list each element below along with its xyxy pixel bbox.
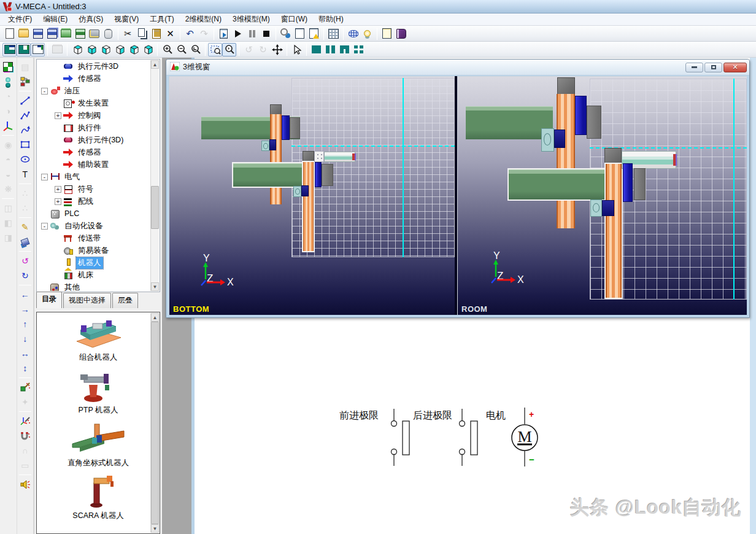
open-file-button[interactable]: [17, 27, 31, 41]
tree-item-自动化设备[interactable]: -自动化设备: [37, 220, 150, 232]
check-report-button[interactable]: [307, 27, 321, 41]
close-button[interactable]: ✕: [723, 63, 747, 72]
align-center-v-icon[interactable]: ↕: [18, 361, 33, 376]
rotate-cw-icon[interactable]: ↻: [18, 268, 33, 283]
rail-end-cap[interactable]: [604, 148, 622, 164]
viewport-3d-window[interactable]: 3维视窗 ✕: [166, 59, 750, 318]
simulate-run-button[interactable]: [231, 27, 245, 41]
catalog-item-组合机器人[interactable]: 组合机器人: [37, 312, 160, 365]
parts-list-button[interactable]: [293, 27, 307, 41]
view-bottom-icon[interactable]: [84, 43, 98, 56]
zoom-previous-icon[interactable]: [188, 43, 202, 56]
green-beam[interactable]: [466, 106, 553, 139]
view-right-icon[interactable]: [112, 43, 126, 56]
menu-3[interactable]: 仿真(S): [73, 13, 109, 26]
io-table-button[interactable]: [326, 27, 341, 41]
expand-icon[interactable]: +: [55, 186, 61, 193]
forward-limit-switch[interactable]: [392, 409, 410, 466]
menu-4[interactable]: 视窗(V): [109, 13, 144, 26]
tree-item-传送带[interactable]: 传送带: [37, 232, 150, 244]
light-filter-button[interactable]: [360, 27, 374, 41]
collapse-icon[interactable]: -: [41, 223, 48, 230]
restore-button[interactable]: [704, 63, 722, 72]
tree-item-油压[interactable]: -油压: [37, 85, 150, 97]
menu-7[interactable]: 3维模型(M): [227, 13, 276, 26]
transfer-button[interactable]: [217, 27, 231, 41]
device-settings-button[interactable]: [87, 27, 101, 41]
pan-view-icon[interactable]: [270, 43, 284, 56]
orange-rail[interactable]: [557, 94, 575, 228]
tree-scrollbar[interactable]: ▲ ▼: [150, 60, 159, 291]
orange-rail-selected[interactable]: [606, 164, 622, 298]
slide-connector[interactable]: [314, 151, 324, 162]
zoom-in-icon[interactable]: [160, 43, 174, 56]
delete-icon[interactable]: ✕: [163, 27, 177, 41]
navy-joint[interactable]: [602, 200, 614, 216]
tab-目录[interactable]: 目录: [36, 292, 62, 308]
zoom-window-icon[interactable]: [208, 43, 222, 56]
expand-icon[interactable]: +: [55, 112, 61, 119]
tree-item-控制阀[interactable]: +控制阀: [37, 109, 150, 122]
navy-joint[interactable]: [301, 185, 309, 196]
auto-place-icon[interactable]: [18, 380, 33, 395]
draw-spline-icon[interactable]: [18, 123, 33, 137]
save-file-button[interactable]: [31, 27, 45, 41]
align-left-icon[interactable]: ←: [18, 287, 33, 302]
tree-item-电气[interactable]: -电气: [37, 171, 150, 183]
viewport-titlebar[interactable]: 3维视窗 ✕: [166, 60, 749, 75]
catalog-scroll-thumb[interactable]: [151, 322, 159, 524]
coordinate-axes-icon[interactable]: [1, 118, 15, 133]
align-top-icon[interactable]: ↑: [18, 317, 33, 331]
sound-tool-icon[interactable]: [18, 477, 33, 492]
collapse-icon[interactable]: -: [41, 88, 48, 95]
rail-end-cap[interactable]: [557, 77, 575, 95]
scroll-up-icon[interactable]: ▲: [151, 313, 159, 322]
green-beam-selected[interactable]: [233, 163, 303, 187]
scroll-down-icon[interactable]: ▼: [151, 524, 159, 533]
menu-9[interactable]: 帮助(H): [313, 13, 349, 26]
rotate-ccw-icon[interactable]: ↺: [18, 253, 33, 268]
tree-item-符号[interactable]: +符号: [37, 183, 150, 195]
open-model-button[interactable]: [59, 27, 73, 41]
fill-color-button[interactable]: [18, 234, 33, 249]
align-bottom-icon[interactable]: ↓: [18, 331, 33, 346]
tree-item-机器人[interactable]: 机器人: [37, 257, 150, 269]
blue-carriage[interactable]: [575, 96, 587, 135]
tree-item-配线[interactable]: +配线: [37, 195, 150, 207]
new-file-button[interactable]: [2, 27, 17, 41]
backward-limit-switch[interactable]: [460, 409, 478, 466]
catalog-item-直角坐标式机器人[interactable]: 直角坐标式机器人: [37, 418, 160, 471]
net-view-button[interactable]: [346, 27, 360, 41]
collapse-icon[interactable]: -: [41, 174, 48, 180]
window-horizontal-split-button[interactable]: [338, 43, 352, 56]
view-left-icon[interactable]: [98, 43, 112, 56]
simulate-stop-button[interactable]: [259, 27, 273, 41]
draw-text-icon[interactable]: T: [18, 167, 33, 182]
blue-carriage[interactable]: [315, 162, 322, 187]
motor-symbol[interactable]: + M −: [512, 408, 538, 466]
catalog-scrollbar[interactable]: ▲ ▼: [150, 313, 159, 533]
menu-6[interactable]: 2维模型(N): [180, 13, 227, 26]
save-as-button[interactable]: [45, 27, 59, 41]
gray-mount[interactable]: [322, 164, 333, 186]
select-cursor-icon[interactable]: [290, 43, 304, 56]
component-mode-button[interactable]: [1, 74, 15, 89]
view-top-icon[interactable]: [70, 43, 84, 56]
menu-5[interactable]: 工具(T): [144, 13, 179, 26]
tree-item-辅助装置[interactable]: 辅助装置: [37, 158, 150, 171]
tree-item-传感器[interactable]: 传感器: [37, 146, 150, 158]
orange-rail-selected[interactable]: [303, 162, 314, 251]
menu-8[interactable]: 窗口(W): [276, 13, 313, 26]
mouse-settings-button[interactable]: [101, 27, 115, 41]
memo-note-button[interactable]: [380, 27, 394, 41]
teal-joint[interactable]: [293, 186, 301, 197]
tree-item-机床[interactable]: 机床: [37, 269, 150, 281]
minimize-button[interactable]: [685, 63, 703, 72]
viewport-pane-bottom[interactable]: Y Z X BOTTOM: [169, 76, 455, 315]
axes-wand-icon[interactable]: [18, 414, 33, 428]
tree-item-发生装置[interactable]: 发生装置: [37, 97, 150, 109]
viewport-pane-room[interactable]: Y Z X ROOM: [457, 76, 747, 315]
save-model-button[interactable]: [73, 27, 87, 41]
linear-actuator[interactable]: [324, 152, 355, 162]
menu-1[interactable]: 文件(F): [2, 13, 37, 26]
